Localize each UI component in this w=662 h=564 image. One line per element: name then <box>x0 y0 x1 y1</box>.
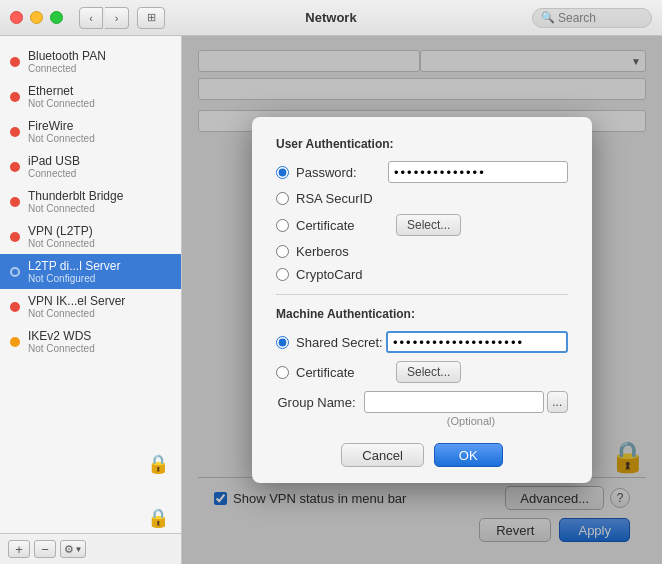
certificate-row: Certificate Select... <box>276 214 568 236</box>
group-name-input[interactable] <box>364 391 544 413</box>
sidebar-item-status: Not Connected <box>28 133 95 144</box>
sidebar-list: Bluetooth PAN Connected Ethernet Not Con… <box>0 36 181 539</box>
sidebar-item-name: Bluetooth PAN <box>28 49 106 63</box>
content-panel: ▼ 🔒 User Authentication: <box>182 36 662 564</box>
sidebar-item-name: VPN (L2TP) <box>28 224 95 238</box>
group-name-label: Group Name: <box>276 395 356 410</box>
shared-secret-row: Shared Secret: <box>276 331 568 353</box>
cancel-button[interactable]: Cancel <box>341 443 423 467</box>
remove-network-button[interactable]: − <box>34 540 56 558</box>
cryptocard-radio[interactable] <box>276 268 289 281</box>
password-radio[interactable] <box>276 166 289 179</box>
auth-modal: User Authentication: Password: RSA Secur… <box>252 117 592 483</box>
sidebar-item-status: Not Connected <box>28 238 95 249</box>
sidebar-item-name: Ethernet <box>28 84 95 98</box>
modal-overlay: User Authentication: Password: RSA Secur… <box>182 36 662 564</box>
titlebar: ‹ › ⊞ Network 🔍 <box>0 0 662 36</box>
navigation-buttons: ‹ › <box>79 7 129 29</box>
sidebar-item-ikev2-wds[interactable]: IKEv2 WDS Not Connected <box>0 324 181 359</box>
status-dot <box>10 197 20 207</box>
sidebar-item-name: IKEv2 WDS <box>28 329 95 343</box>
search-bar[interactable]: 🔍 <box>532 8 652 28</box>
sidebar-item-name: iPad USB <box>28 154 80 168</box>
sidebar-item-status: Not Connected <box>28 343 95 354</box>
sidebar-item-name: VPN IK...el Server <box>28 294 125 308</box>
status-dot <box>10 302 20 312</box>
optional-hint: (Optional) <box>374 415 568 427</box>
network-settings-button[interactable]: ⚙▼ <box>60 540 86 558</box>
sidebar-item-ethernet[interactable]: Ethernet Not Connected <box>0 79 181 114</box>
status-dot <box>10 232 20 242</box>
minimize-button[interactable] <box>30 11 43 24</box>
group-name-ellipsis-button[interactable]: ... <box>547 391 568 413</box>
shared-secret-input[interactable] <box>386 331 568 353</box>
sidebar-item-vpn-l2tp[interactable]: VPN (L2TP) Not Connected <box>0 219 181 254</box>
shared-secret-label: Shared Secret: <box>296 335 386 350</box>
kerberos-radio[interactable] <box>276 245 289 258</box>
grid-button[interactable]: ⊞ <box>137 7 165 29</box>
add-network-button[interactable]: + <box>8 540 30 558</box>
modal-buttons: Cancel OK <box>276 443 568 467</box>
status-dot <box>10 162 20 172</box>
kerberos-label: Kerberos <box>296 244 349 259</box>
forward-button[interactable]: › <box>105 7 129 29</box>
cryptocard-label: CryptoCard <box>296 267 362 282</box>
sidebar-item-status: Not Connected <box>28 308 125 319</box>
password-label: Password: <box>296 165 388 180</box>
search-icon: 🔍 <box>541 11 555 24</box>
sidebar-item-status: Not Connected <box>28 98 95 109</box>
status-dot <box>10 92 20 102</box>
group-name-row: Group Name: ... <box>276 391 568 413</box>
search-input[interactable] <box>558 11 648 25</box>
select-machine-cert-button[interactable]: Select... <box>396 361 461 383</box>
sidebar-item-status: Connected <box>28 63 106 74</box>
rsa-label: RSA SecurID <box>296 191 373 206</box>
status-dot <box>10 127 20 137</box>
machine-cert-row: Certificate Select... <box>276 361 568 383</box>
kerberos-row: Kerberos <box>276 244 568 259</box>
machine-cert-label: Certificate <box>296 365 396 380</box>
select-certificate-button[interactable]: Select... <box>396 214 461 236</box>
password-input[interactable] <box>388 161 568 183</box>
rsa-row: RSA SecurID <box>276 191 568 206</box>
sidebar-item-thunderbolt-bridge[interactable]: Thunderblt Bridge Not Connected <box>0 184 181 219</box>
status-dot <box>10 337 20 347</box>
maximize-button[interactable] <box>50 11 63 24</box>
certificate-radio[interactable] <box>276 219 289 232</box>
sidebar-item-ipad-usb[interactable]: iPad USB Connected <box>0 149 181 184</box>
rsa-radio[interactable] <box>276 192 289 205</box>
status-dot <box>10 267 20 277</box>
sidebar-item-name: Thunderblt Bridge <box>28 189 123 203</box>
sidebar-item-status: Connected <box>28 168 80 179</box>
user-auth-title: User Authentication: <box>276 137 568 151</box>
sidebar: Bluetooth PAN Connected Ethernet Not Con… <box>0 36 182 564</box>
machine-cert-radio[interactable] <box>276 366 289 379</box>
sidebar-item-name: L2TP di...l Server <box>28 259 120 273</box>
status-dot <box>10 57 20 67</box>
section-divider <box>276 294 568 295</box>
password-row: Password: <box>276 161 568 183</box>
window-title: Network <box>305 10 356 25</box>
cryptocard-row: CryptoCard <box>276 267 568 282</box>
sidebar-item-name: FireWire <box>28 119 95 133</box>
sidebar-item-firewire[interactable]: FireWire Not Connected <box>0 114 181 149</box>
window-controls[interactable] <box>10 11 63 24</box>
ok-button[interactable]: OK <box>434 443 503 467</box>
sidebar-item-status: Not Configured <box>28 273 120 284</box>
sidebar-item-vpn-ikev2[interactable]: VPN IK...el Server Not Connected <box>0 289 181 324</box>
sidebar-item-bluetooth-pan[interactable]: Bluetooth PAN Connected <box>0 44 181 79</box>
sidebar-toolbar: + − ⚙▼ <box>0 533 181 564</box>
machine-auth-title: Machine Authentication: <box>276 307 568 321</box>
sidebar-item-status: Not Connected <box>28 203 123 214</box>
certificate-label: Certificate <box>296 218 396 233</box>
close-button[interactable] <box>10 11 23 24</box>
sidebar-item-l2tp-server[interactable]: L2TP di...l Server Not Configured <box>0 254 181 289</box>
shared-secret-radio[interactable] <box>276 336 289 349</box>
back-button[interactable]: ‹ <box>79 7 103 29</box>
main-content: Bluetooth PAN Connected Ethernet Not Con… <box>0 36 662 564</box>
